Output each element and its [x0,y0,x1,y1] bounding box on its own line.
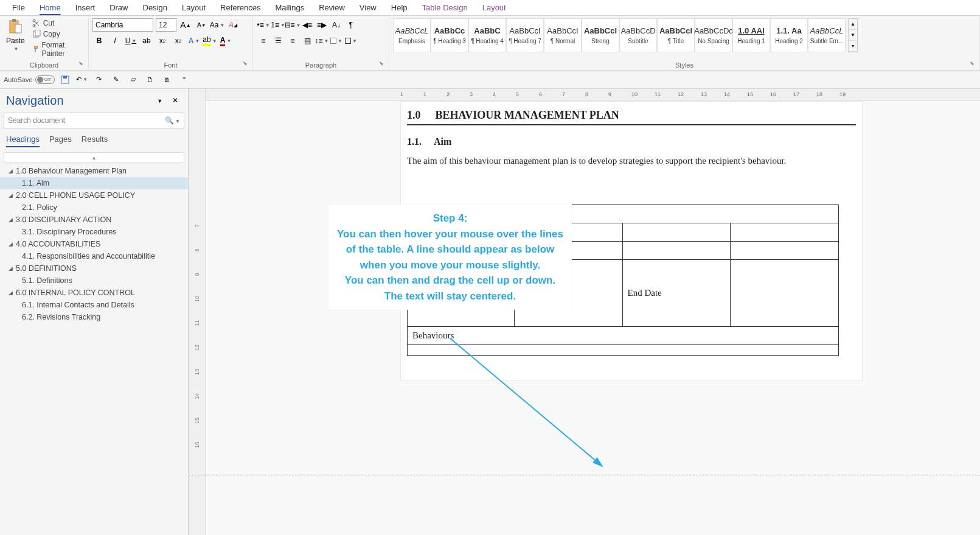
shrink-font-button[interactable]: A▼ [195,18,208,32]
cell-empty[interactable] [731,242,839,260]
nav-heading-item[interactable]: ◢4.0 ACCOUNTABILITIES [0,238,188,250]
nav-subheading-item[interactable]: 4.1. Responsibilities and Accountabiliti… [0,250,188,262]
body-paragraph[interactable]: The aim of this behaviour management pla… [407,153,856,168]
font-name-input[interactable] [92,18,153,32]
nav-close-button[interactable]: ✕ [169,94,182,107]
font-launcher[interactable]: ⬊ [243,60,250,68]
tab-design[interactable]: Design [136,1,175,15]
decrease-indent-button[interactable]: ◀≡ [301,18,314,32]
clear-formatting-button[interactable]: A◢ [226,18,240,32]
tab-mailings[interactable]: Mailings [268,1,312,15]
nav-heading-item[interactable]: ◢1.0 Behaviour Management Plan [0,165,188,177]
tab-layout[interactable]: Layout [175,1,213,15]
justify-button[interactable]: ▤ [301,34,314,47]
tab-home[interactable]: Home [32,1,68,15]
save-button[interactable] [58,73,72,86]
increase-indent-button[interactable]: ≡▶ [315,18,328,32]
multilevel-button[interactable]: ⊟≡▼ [286,18,299,32]
font-size-input[interactable] [156,18,176,32]
cell-empty[interactable] [731,260,839,327]
nav-subheading-item[interactable]: 1.1. Aim [0,177,188,189]
text-effects-button[interactable]: A▼ [187,34,201,47]
style-item[interactable]: AaBbCcDcNo Spacing [695,18,732,52]
qat-customize-button[interactable]: ⁼ [178,73,191,86]
grow-font-button[interactable]: A▲ [179,18,192,32]
heading-2[interactable]: 1.1. Aim [407,136,856,147]
align-right-button[interactable]: ≡ [286,34,299,47]
change-case-button[interactable]: Aa▼ [210,18,224,32]
style-item[interactable]: AaBbCc¶ Heading 3 [431,18,468,52]
vertical-ruler[interactable]: 78910111213141516 [189,89,206,535]
style-item[interactable]: AaBbCcLSubtle Em... [808,18,846,52]
qat-icon-6[interactable]: 🗋 [144,73,157,86]
nav-subheading-item[interactable]: 3.1. Disciplinary Procedures [0,226,188,238]
numbering-button[interactable]: 1≡▼ [271,18,285,32]
style-item[interactable]: AaBbCcI¶ Heading 7 [506,18,544,52]
nav-heading-item[interactable]: ◢5.0 DEFINITIONS [0,262,188,274]
style-item[interactable]: 1.0 AAlHeading 1 [732,18,770,52]
nav-subheading-item[interactable]: 5.1. Definitions [0,274,188,287]
qat-icon-5[interactable]: ▱ [127,73,140,86]
tab-references[interactable]: References [213,1,268,15]
line-spacing-button[interactable]: ↕≡▼ [315,34,328,47]
redo-button[interactable]: ↷ [92,73,106,86]
tab-table-design[interactable]: Table Design [415,1,475,15]
style-item[interactable]: AaBbCcI¶ Normal [544,18,582,52]
style-item[interactable]: AaBbCclStrong [582,18,619,52]
paragraph-launcher[interactable]: ⬊ [379,60,386,68]
styles-launcher[interactable]: ⬊ [970,60,977,68]
styles-gallery[interactable]: AaBbCcLEmphasisAaBbCc¶ Heading 3AaBbC¶ H… [393,18,846,52]
tab-review[interactable]: Review [311,1,352,15]
search-input[interactable]: Search document 🔍▼ [4,113,184,128]
tab-insert[interactable]: Insert [68,1,103,15]
cut-button[interactable]: Cut [30,18,85,28]
qat-icon-7[interactable]: 🗎 [161,73,174,86]
horizontal-ruler[interactable]: 112345678910111213141516171819 [206,89,980,101]
nav-tab-results[interactable]: Results [82,135,108,147]
nav-dropdown-button[interactable]: ▼ [153,94,167,108]
copy-button[interactable]: Copy [30,29,85,39]
bold-button[interactable]: B [92,34,106,47]
tab-file[interactable]: File [5,1,32,15]
underline-button[interactable]: U▼ [124,34,137,47]
tab-view[interactable]: View [352,1,384,15]
nav-tab-pages[interactable]: Pages [49,135,72,147]
nav-heading-item[interactable]: ◢2.0 CELL PHONE USAGE POLICY [0,189,188,201]
align-center-button[interactable]: ☰ [271,34,285,47]
style-item[interactable]: AaBbCcl¶ Title [657,18,695,52]
cell-empty[interactable] [731,223,839,242]
italic-button[interactable]: I [108,34,122,47]
bullets-button[interactable]: •≡▼ [257,18,270,32]
styles-scroll[interactable]: ▲ ▼ ▾ [848,18,858,52]
font-color-button[interactable]: A▼ [219,34,232,47]
cell-empty[interactable] [622,223,731,242]
style-item[interactable]: AaBbCcLEmphasis [393,18,431,52]
strikethrough-button[interactable]: ab [140,34,153,47]
style-item[interactable]: AaBbCcDSubtitle [619,18,657,52]
style-item[interactable]: 1.1. AaHeading 2 [770,18,808,52]
cell-end-date-label[interactable]: End Date [622,260,731,327]
tab-help[interactable]: Help [384,1,415,15]
nav-heading-item[interactable]: ◢6.0 INTERNAL POLICY CONTROL [0,287,188,299]
heading-1[interactable]: 1.0 BEHAVIOUR MANAGEMENT PLAN [407,109,856,125]
clipboard-launcher[interactable]: ⬊ [78,60,86,68]
tab-context-layout[interactable]: Layout [475,1,513,15]
tab-draw[interactable]: Draw [102,1,135,15]
shading-button[interactable]: ▼ [330,34,343,47]
borders-button[interactable]: ▼ [344,34,358,47]
styles-down-button[interactable]: ▼ [849,30,857,41]
cell-empty[interactable] [622,242,731,260]
autosave-toggle[interactable]: AutoSave Off [4,75,55,84]
sort-button[interactable]: A↓ [330,18,343,32]
paste-button[interactable]: Paste ▼ [4,18,27,52]
superscript-button[interactable]: x2 [172,34,185,47]
nav-subheading-item[interactable]: 2.1. Policy [0,201,188,214]
align-left-button[interactable]: ≡ [257,34,270,47]
styles-more-button[interactable]: ▾ [849,41,857,52]
nav-collapse-button[interactable]: ▴ [4,152,184,163]
nav-subheading-item[interactable]: 6.1. Internal Contacts and Details [0,299,188,311]
show-marks-button[interactable]: ¶ [344,18,358,32]
format-painter-button[interactable]: Format Painter [30,40,85,58]
nav-heading-item[interactable]: ◢3.0 DISCIPLINARY ACTION [0,214,188,226]
style-item[interactable]: AaBbC¶ Heading 4 [468,18,506,52]
